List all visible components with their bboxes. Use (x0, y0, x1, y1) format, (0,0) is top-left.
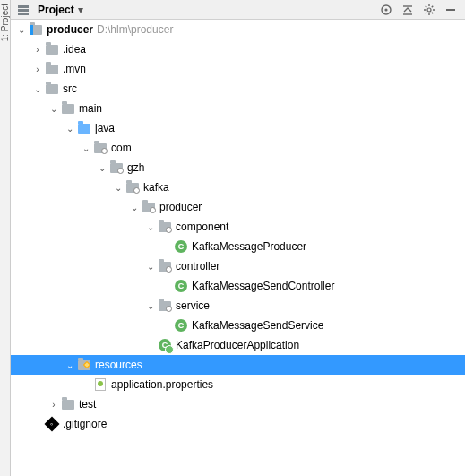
svg-rect-16 (446, 9, 455, 11)
node-label: KafkaMessageSendService (192, 319, 323, 332)
tree-node-kafka-message-send-controller[interactable]: › C KafkaMessageSendController (11, 276, 465, 296)
resources-folder-icon (77, 358, 91, 372)
node-label: controller (176, 260, 220, 273)
module-name: producer (47, 23, 93, 36)
chevron-right-icon[interactable]: › (32, 45, 43, 55)
tree-node-service[interactable]: ⌄ service (11, 296, 465, 316)
tree-node-main[interactable]: ⌄ main (11, 99, 465, 118)
java-class-icon: C (174, 318, 188, 333)
chevron-down-icon[interactable]: ⌄ (97, 163, 108, 173)
tree-node-kafka[interactable]: ⌄ kafka (11, 177, 465, 197)
view-selector-label[interactable]: Project (38, 4, 74, 16)
chevron-right-icon[interactable]: › (48, 400, 59, 410)
tree-node-kafka-message-producer[interactable]: › C KafkaMessageProducer (11, 237, 465, 256)
svg-line-14 (426, 12, 426, 13)
node-label: com (111, 142, 132, 154)
tree-node-src[interactable]: ⌄ src (11, 79, 465, 99)
tree-node-idea[interactable]: › .idea (11, 39, 465, 59)
tree-node-com[interactable]: ⌄ com (11, 138, 465, 158)
package-icon (93, 141, 108, 155)
node-label: service (176, 299, 210, 312)
node-label: gzh (127, 161, 144, 174)
chevron-down-icon[interactable]: ⌄ (81, 143, 91, 153)
node-label: KafkaMessageProducer (192, 240, 306, 253)
chevron-down-icon[interactable]: ⌄ (48, 104, 59, 114)
locate-icon[interactable] (379, 3, 393, 17)
node-label: test (79, 398, 96, 411)
java-class-icon: C (174, 239, 188, 254)
tree-node-application-properties[interactable]: › application.properties (11, 375, 465, 394)
node-label: kafka (143, 181, 169, 194)
chevron-down-icon[interactable]: ⌄ (145, 262, 156, 272)
module-path: D:\hlm\producer (97, 23, 173, 36)
package-icon (109, 160, 124, 175)
svg-point-4 (384, 8, 387, 11)
svg-rect-2 (18, 13, 29, 15)
tree-node-gzh[interactable]: ⌄ gzh (11, 158, 465, 177)
chevron-down-icon[interactable]: ⌄ (145, 301, 156, 311)
svg-line-13 (432, 12, 433, 13)
view-dropdown-arrow-icon[interactable]: ▾ (78, 4, 83, 16)
properties-file-icon (93, 377, 108, 392)
hide-icon[interactable] (443, 3, 458, 17)
folder-icon (45, 62, 59, 76)
chevron-down-icon[interactable]: ⌄ (145, 222, 156, 232)
node-label: .mvn (63, 63, 86, 75)
collapse-all-icon[interactable] (400, 3, 415, 17)
chevron-down-icon[interactable]: ⌄ (32, 84, 43, 94)
tree-node-test[interactable]: › test (11, 394, 465, 414)
folder-icon (61, 101, 75, 116)
svg-rect-0 (18, 5, 29, 8)
tree-node-java[interactable]: ⌄ java (11, 118, 465, 138)
project-toolwindow-header: Project ▾ (11, 0, 465, 20)
chevron-down-icon[interactable]: ⌄ (129, 203, 140, 212)
node-label: .gitignore (63, 418, 107, 430)
tree-node-module[interactable]: ⌄ producer D:\hlm\producer (11, 20, 465, 39)
tree-node-producer-pkg[interactable]: ⌄ producer (11, 197, 465, 217)
java-class-icon: C (174, 279, 188, 293)
svg-line-12 (426, 5, 426, 6)
node-label: component (176, 221, 228, 233)
settings-gear-icon[interactable] (422, 3, 436, 17)
folder-icon (45, 82, 59, 96)
node-label: .idea (63, 43, 86, 56)
gitignore-file-icon: ◦ (45, 417, 59, 431)
package-icon (125, 180, 140, 195)
chevron-right-icon[interactable]: › (32, 65, 43, 74)
folder-icon (61, 397, 75, 411)
svg-point-7 (427, 8, 431, 12)
node-label: application.properties (111, 378, 213, 391)
package-icon (142, 200, 156, 214)
package-icon (158, 220, 172, 234)
tree-node-component[interactable]: ⌄ component (11, 217, 465, 237)
tree-node-controller[interactable]: ⌄ controller (11, 256, 465, 276)
chevron-down-icon[interactable]: ⌄ (113, 183, 124, 193)
source-folder-icon (77, 121, 91, 135)
project-tree[interactable]: ⌄ producer D:\hlm\producer › .idea › .mv… (11, 20, 465, 476)
node-label: KafkaProducerApplication (176, 339, 299, 351)
project-tab-vertical[interactable]: 1: Project (0, 0, 10, 45)
tree-node-resources[interactable]: ⌄ resources (11, 355, 465, 375)
node-label: KafkaMessageSendController (192, 280, 334, 292)
svg-rect-1 (18, 9, 29, 12)
node-label: java (95, 122, 115, 134)
node-label: resources (95, 359, 142, 371)
left-gutter: 1: Project (0, 0, 11, 476)
chevron-down-icon[interactable]: ⌄ (65, 124, 75, 134)
module-folder-icon (29, 22, 43, 37)
package-icon (158, 259, 172, 273)
tree-node-gitignore[interactable]: › ◦ .gitignore (11, 414, 465, 434)
java-runnable-class-icon: C (158, 338, 172, 352)
chevron-down-icon[interactable]: ⌄ (16, 25, 27, 35)
node-label: producer (159, 201, 202, 213)
tree-node-mvn[interactable]: › .mvn (11, 59, 465, 79)
tree-node-kafka-message-send-service[interactable]: › C KafkaMessageSendService (11, 316, 465, 335)
svg-line-15 (432, 5, 433, 6)
project-view-icon (16, 3, 30, 17)
folder-icon (45, 42, 59, 56)
chevron-down-icon[interactable]: ⌄ (65, 360, 75, 370)
node-label: src (63, 82, 77, 95)
tree-node-kafka-producer-application[interactable]: › C KafkaProducerApplication (11, 335, 465, 355)
node-label: main (79, 102, 102, 115)
package-icon (158, 299, 172, 313)
